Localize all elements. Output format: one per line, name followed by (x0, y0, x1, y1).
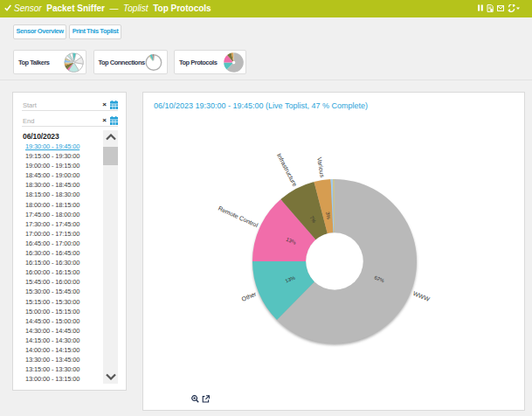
svg-text:3%: 3% (325, 211, 331, 219)
svg-text:Other: Other (241, 290, 258, 302)
svg-text:Infrastructure: Infrastructure (276, 153, 298, 188)
svg-text:WWW: WWW (412, 290, 431, 302)
svg-text:Remote Control: Remote Control (218, 205, 259, 229)
svg-text:Various: Various (316, 156, 325, 177)
